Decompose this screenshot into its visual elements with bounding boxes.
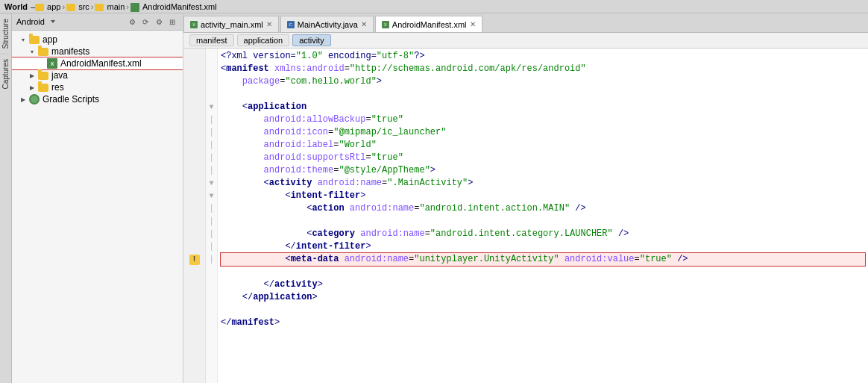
fold-line-3 [206, 75, 217, 88]
fold-line-13: │ [206, 202, 217, 215]
gutter-line-3 [183, 75, 205, 88]
gradle-icon [28, 94, 40, 105]
breadcrumb-folder-icon2 [66, 4, 75, 11]
editor-pane: X activity_main.xml ✕ C MainActivity.jav… [183, 13, 868, 383]
fold-line-12[interactable]: ▼ [206, 190, 217, 202]
gutter-line-5 [183, 101, 205, 113]
fold-line-2 [206, 63, 217, 75]
gutter-line-13 [183, 202, 205, 215]
code-line-8: android:label="World" [221, 139, 865, 152]
breadcrumb-btn-manifest[interactable]: manifest [189, 34, 234, 46]
tab-icon-mainactivity: C [287, 21, 295, 28]
gutter-line-15 [183, 228, 205, 240]
gutter-line-2 [183, 63, 205, 75]
code-line-16: </intent-filter> [221, 240, 865, 253]
breadcrumb-xml-icon [130, 3, 139, 12]
tab-label-activity-main: activity_main.xml [201, 20, 263, 29]
fold-line-16: │ [206, 240, 217, 253]
tree-label-manifests: manifests [51, 46, 89, 57]
breadcrumb-src: src [78, 2, 89, 11]
left-panel-labels: Structure Captures [0, 13, 12, 383]
fold-line-11[interactable]: ▼ [206, 177, 217, 190]
gutter-line-4 [183, 88, 205, 101]
folder-icon-app [28, 34, 40, 45]
tab-mainactivity[interactable]: C MainActivity.java ✕ [280, 16, 374, 32]
tree-item-app[interactable]: ▾ app [12, 34, 183, 46]
code-line-22: </manifest> [221, 317, 865, 329]
sidebar-toolbar: ⚙ ⟳ ⚙ ⊞ [126, 16, 178, 28]
project-title: World [4, 2, 28, 11]
xml-icon-manifest: X [46, 58, 58, 69]
tree-item-gradle[interactable]: ▶ Gradle Scripts [12, 93, 183, 105]
code-line-11: <activity android:name=".MainActivity"> [221, 177, 865, 190]
gear2-icon[interactable]: ⚙ [153, 16, 165, 28]
tree-item-res[interactable]: ▶ res [12, 81, 183, 93]
tab-bar: X activity_main.xml ✕ C MainActivity.jav… [183, 13, 868, 33]
breadcrumb-folder-icon3 [95, 4, 104, 11]
code-line-1: <?xml version="1.0" encoding="utf-8"?> [221, 50, 865, 63]
tab-close-androidmanifest[interactable]: ✕ [470, 20, 476, 28]
main-layout: Structure Captures Android ⚙ ⟳ ⚙ ⊞ ▾ app… [0, 13, 868, 383]
title-bar: World – app › src › main › AndroidManife… [0, 0, 868, 13]
sidebar: Android ⚙ ⟳ ⚙ ⊞ ▾ app ▾ manifests [12, 13, 183, 383]
gutter: ! [183, 49, 206, 383]
dropdown-arrow-icon[interactable] [51, 20, 55, 23]
tree-label-androidmanifest: AndroidManifest.xml [60, 58, 142, 69]
code-line-14 [221, 215, 865, 228]
expand-icon[interactable]: ⊞ [166, 16, 178, 28]
file-tree: ▾ app ▾ manifests X AndroidManifest.xml … [12, 31, 183, 383]
breadcrumb-btn-activity[interactable]: activity [292, 34, 331, 46]
gutter-line-6 [183, 113, 205, 126]
fold-line-8: │ [206, 139, 217, 152]
tab-label-androidmanifest: AndroidManifest.xml [392, 20, 467, 29]
code-line-10: android:theme="@style/AppTheme"> [221, 164, 865, 177]
tree-item-java[interactable]: ▶ java [12, 69, 183, 81]
code-line-3: package="com.hello.world"> [221, 75, 865, 88]
breadcrumb-btn-application[interactable]: application [237, 34, 290, 46]
tab-activity-main[interactable]: X activity_main.xml ✕ [183, 16, 279, 32]
breadcrumb: app › src › main › AndroidManifest.xml [35, 2, 217, 11]
gutter-line-8 [183, 139, 205, 152]
code-line-2: <manifest xmlns:android="http://schemas.… [221, 63, 865, 75]
code-line-9: android:supportsRtl="true" [221, 152, 865, 164]
code-line-17: <meta-data android:name="unityplayer.Uni… [221, 253, 865, 266]
panel-label-captures[interactable]: Captures [0, 54, 11, 94]
code-line-13: <action android:name="android.intent.act… [221, 202, 865, 215]
tree-arrow-java: ▶ [27, 72, 37, 79]
tab-close-activity-main[interactable]: ✕ [266, 20, 272, 28]
code-line-7: android:icon="@mipmap/ic_launcher" [221, 126, 865, 139]
gutter-line-10 [183, 164, 205, 177]
fold-line-17: │ [206, 253, 217, 266]
tree-item-androidmanifest[interactable]: X AndroidManifest.xml [12, 57, 183, 69]
folder-icon-manifests [37, 46, 49, 57]
tab-close-mainactivity[interactable]: ✕ [361, 20, 367, 28]
tree-item-manifests[interactable]: ▾ manifests [12, 46, 183, 57]
gutter-line-11 [183, 177, 205, 190]
sync-icon[interactable]: ⟳ [139, 16, 151, 28]
gutter-line-7 [183, 126, 205, 139]
editor-breadcrumb: manifest application activity [183, 33, 868, 49]
fold-line-5[interactable]: ▼ [206, 101, 217, 113]
code-content[interactable]: <?xml version="1.0" encoding="utf-8"?> <… [218, 49, 868, 383]
fold-line-10: │ [206, 164, 217, 177]
code-line-4 [221, 88, 865, 101]
panel-label-structure[interactable]: Structure [0, 13, 11, 54]
tree-arrow-manifests: ▾ [27, 49, 37, 55]
code-line-20: </application> [221, 291, 865, 304]
settings-icon[interactable]: ⚙ [126, 16, 138, 28]
code-line-18 [221, 266, 865, 278]
tree-label-res: res [51, 82, 64, 93]
tab-androidmanifest[interactable]: X AndroidManifest.xml ✕ [375, 16, 482, 32]
android-label: Android [16, 17, 45, 26]
gutter-line-1 [183, 50, 205, 63]
breadcrumb-folder-icon [35, 4, 44, 11]
code-line-15: <category android:name="android.intent.c… [221, 228, 865, 240]
gutter-line-16 [183, 240, 205, 253]
tree-label-java: java [51, 70, 68, 81]
sidebar-header: Android ⚙ ⟳ ⚙ ⊞ [12, 13, 183, 31]
gutter-line-12 [183, 190, 205, 202]
fold-line-9: │ [206, 152, 217, 164]
fold-line-6: │ [206, 113, 217, 126]
tree-label-gradle: Gradle Scripts [43, 94, 99, 105]
code-line-6: android:allowBackup="true" [221, 113, 865, 126]
